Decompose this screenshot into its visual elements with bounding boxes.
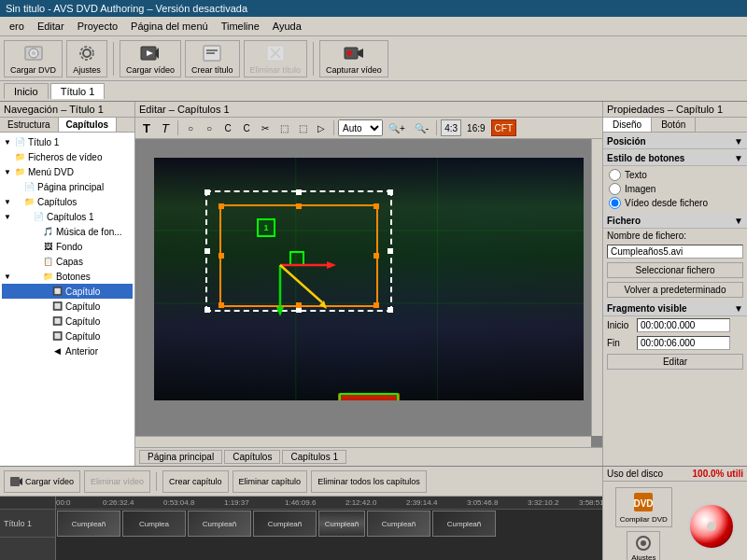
zoom-select[interactable]: Auto 100% 75% 50% (338, 119, 383, 136)
left-tab-estructura[interactable]: Estructura (0, 118, 59, 132)
ed-sep2 (333, 120, 334, 135)
ajustes-button[interactable]: Ajustes (66, 40, 107, 77)
menu-item-página-del-menú[interactable]: Página del menú (125, 19, 214, 34)
volver-predeterminado-button[interactable]: Volver a predeterminado (607, 282, 743, 298)
tree-item[interactable]: 🎵Música de fon... (2, 224, 133, 239)
create-title-button[interactable]: Crear título (185, 40, 240, 77)
ed-tab-pagprincipal[interactable]: Página principal (139, 450, 222, 464)
cft-button[interactable]: CFT (491, 119, 516, 136)
play-tool[interactable]: ▷ (313, 119, 330, 136)
connect-tool[interactable]: C (238, 119, 255, 136)
tree-item[interactable]: ▼📁Menú DVD (2, 164, 133, 179)
svg-point-32 (641, 540, 646, 546)
tree-item[interactable]: 📄Página principal (2, 179, 133, 194)
load-video-button[interactable]: Cargar vídeo (120, 40, 181, 77)
menu-item-timeline[interactable]: Timeline (216, 19, 265, 34)
tree-item[interactable]: 📋Capas (2, 254, 133, 269)
time-1: 0:26:32.4 (103, 498, 134, 507)
radio-video[interactable]: Vídeo desde fichero (609, 196, 741, 210)
create-title-label: Crear título (191, 65, 233, 75)
tree-item[interactable]: 🔲Capítulo (2, 329, 133, 343)
inicio-input[interactable] (637, 318, 730, 332)
editar-button[interactable]: Editar (607, 354, 743, 370)
cut-tool[interactable]: ✂ (257, 119, 274, 136)
menu-item-ero[interactable]: ero (4, 19, 30, 34)
v-scrollbar[interactable] (591, 139, 602, 436)
seleccionar-fichero-button[interactable]: Seleccionar fichero (607, 262, 743, 278)
clip-6[interactable]: Cumpleañ (432, 511, 496, 537)
radio-imagen-input[interactable] (609, 183, 621, 195)
tl-delete-chapter-button[interactable]: Eliminar capítulo (233, 470, 308, 493)
load-dvd-button[interactable]: Cargar DVD (4, 40, 63, 77)
dvd-disc (688, 503, 735, 550)
radio-texto-input[interactable] (609, 169, 621, 181)
tree-item[interactable]: 🔲Capítulo (2, 314, 133, 329)
disk-header: Uso del disco 100.0% utili (603, 467, 747, 482)
tree-item-selected[interactable]: 🔲Capítulo (2, 284, 133, 299)
curve-tool[interactable]: C (219, 119, 236, 136)
aspect-169-button[interactable]: 16:9 (463, 119, 488, 136)
clip-4[interactable]: Cumpleañ (318, 511, 365, 537)
tree-item[interactable]: ▼📄Título 1 (2, 134, 133, 149)
radio-imagen[interactable]: Imagen (609, 182, 741, 196)
text-tool-button[interactable]: T (138, 119, 155, 136)
right-tab-diseno[interactable]: Diseño (603, 118, 652, 132)
zoom-out-button[interactable]: 🔍- (411, 119, 432, 136)
right-tab-boton[interactable]: Botón (652, 118, 696, 132)
menu-item-proyecto[interactable]: Proyecto (72, 19, 123, 34)
rect-tool[interactable]: ⬚ (275, 119, 292, 136)
ellipse-tool[interactable]: ○ (182, 119, 199, 136)
tree-item[interactable]: ▼📄Capítulos 1 (2, 209, 133, 224)
clip-5[interactable]: Cumpleañ (367, 511, 430, 537)
fin-input[interactable] (637, 336, 730, 350)
time-4: 1:46:09.6 (285, 498, 316, 507)
tree-item[interactable]: ▼📁Capítulos (2, 194, 133, 209)
tree-item[interactable]: ◀Anterior (2, 343, 133, 358)
h-scrollbar[interactable] (135, 436, 591, 447)
nav-tab-titulo1[interactable]: Título 1 (50, 83, 106, 99)
delete-title-button[interactable]: Eliminar título (244, 40, 308, 77)
clip-3[interactable]: Cumpleañ (253, 511, 317, 537)
rect2-tool[interactable]: ⬚ (294, 119, 311, 136)
compile-dvd-icon: DVD (632, 491, 655, 513)
ed-sep3 (436, 120, 437, 135)
ajustes-disk-button[interactable]: Ajustes (627, 531, 660, 560)
tree-item[interactable]: 🖼Fondo (2, 239, 133, 254)
clip-2[interactable]: Cumpleañ (188, 511, 251, 537)
ajustes-disk-icon (635, 535, 652, 552)
load-dvd-icon (23, 43, 44, 63)
aspect-43-button[interactable]: 4:3 (441, 119, 461, 136)
clip-0[interactable]: Cumpleañ (57, 511, 120, 537)
compile-dvd-group: DVD Compilar DVD Ajustes (615, 487, 672, 560)
menu-item-editar[interactable]: Editar (32, 19, 70, 34)
track-label-titulo1: Título 1 (0, 510, 55, 538)
tree-item[interactable]: 📁Ficheros de vídeo (2, 149, 133, 164)
tree-item[interactable]: 🔲Capítulo (2, 299, 133, 314)
tree-item[interactable]: ▼📁Botones (2, 269, 133, 284)
zoom-in-button[interactable]: 🔍+ (385, 119, 409, 136)
tl-delete-all-chapters-button[interactable]: Eliminar todos los capítulos (311, 470, 427, 493)
capture-video-button[interactable]: Capturar vídeo (319, 40, 388, 77)
time-5: 2:12:42.0 (345, 498, 376, 507)
tl-create-chapter-button[interactable]: Crear capítulo (162, 470, 229, 493)
video-canvas[interactable]: 1 Anterior Princip (154, 158, 584, 400)
time-3: 1:19:37 (224, 498, 249, 507)
track-ruler-spacer (0, 497, 55, 510)
nav-tab-inicio[interactable]: Inicio (4, 83, 49, 99)
menu-item-ayuda[interactable]: Ayuda (267, 19, 307, 34)
ed-tab-capitulos1[interactable]: Capítulos 1 (282, 450, 346, 464)
text-italic-button[interactable]: T (157, 119, 174, 136)
time-6: 2:39:14.4 (406, 498, 437, 507)
fichero-input[interactable] (607, 245, 743, 259)
radio-texto[interactable]: Texto (609, 168, 741, 182)
siguiente-btn[interactable]: Siguiente (339, 393, 398, 400)
left-tab-capitulos[interactable]: Capítulos (59, 118, 118, 132)
clip-1[interactable]: Cumplea (122, 511, 186, 537)
tl-delete-video-button[interactable]: Eliminar vídeo (84, 470, 150, 493)
compile-dvd-button[interactable]: DVD Compilar DVD (615, 487, 672, 527)
tl-load-video-button[interactable]: Cargar vídeo (4, 470, 80, 493)
circle-tool[interactable]: ○ (201, 119, 218, 136)
svg-marker-15 (358, 49, 363, 58)
radio-video-input[interactable] (609, 197, 621, 209)
ed-tab-capitulos[interactable]: Capítulos (224, 450, 280, 464)
